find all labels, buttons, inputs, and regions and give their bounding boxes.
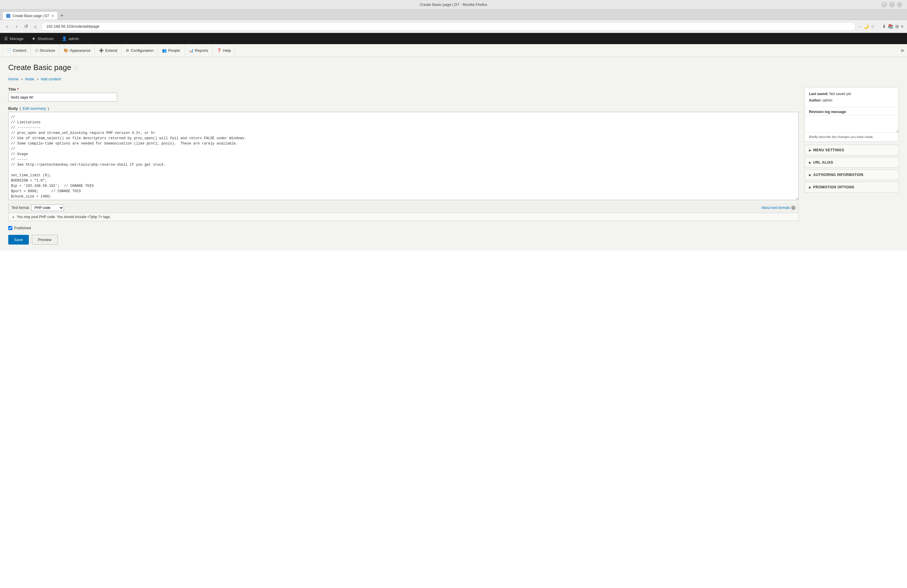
authoring-information-arrow: ▶ xyxy=(809,173,812,177)
text-format-label: Text format xyxy=(11,206,29,210)
url-alias-header[interactable]: ▶ URL ALIAS xyxy=(805,157,899,168)
page-title-row: Create Basic page ☆ xyxy=(8,63,899,72)
download-icon[interactable]: ⬇ xyxy=(882,24,886,29)
admin-user-icon: 👤 xyxy=(62,36,67,41)
body-label-row: Body ( Edit summary ) xyxy=(8,106,799,111)
adminbar-manage-label: Manage xyxy=(10,37,24,41)
title-field-group: Title * xyxy=(8,87,799,102)
navbar-configuration[interactable]: ⚙ Configuration xyxy=(122,44,158,57)
home-button[interactable]: ⌂ xyxy=(32,23,39,30)
address-input[interactable] xyxy=(41,22,856,31)
bookmark-icon[interactable]: ☆ xyxy=(871,24,875,29)
address-bar-icons: ··· 🌙 ☆ ⬇ 📚 ⊞ ≡ xyxy=(858,24,904,29)
promotion-options-header[interactable]: ▶ PROMOTION OPTIONS xyxy=(805,182,899,192)
about-text-formats-text: About text formats xyxy=(761,206,790,210)
new-tab-button[interactable]: + xyxy=(58,11,66,20)
drupal-admin-toolbar: ☰ Manage ★ Shortcuts 👤 admin xyxy=(0,33,907,44)
promotion-options-label: PROMOTION OPTIONS xyxy=(813,185,854,189)
navbar-configuration-label: Configuration xyxy=(131,48,154,53)
title-label: Title * xyxy=(8,87,799,91)
navbar-reports-label: Reports xyxy=(195,48,208,53)
menu-settings-header[interactable]: ▶ MENU SETTINGS xyxy=(805,145,899,155)
published-row: Published xyxy=(8,226,799,230)
browser-addressbar: ‹ › ↺ ⌂ ··· 🌙 ☆ ⬇ 📚 ⊞ ≡ xyxy=(0,20,907,33)
preview-button[interactable]: Preview xyxy=(32,235,58,244)
appearance-icon: 🎨 xyxy=(64,48,68,53)
url-alias-label: URL ALIAS xyxy=(813,160,833,165)
close-window-button[interactable]: × xyxy=(897,2,902,7)
configuration-icon: ⚙ xyxy=(126,48,129,53)
breadcrumb-sep2: » xyxy=(37,77,38,81)
navbar-extend-label: Extend xyxy=(105,48,117,53)
text-format-select[interactable]: PHP code Filtered HTML Full HTML Plain t… xyxy=(31,205,64,211)
navbar-expand-icon[interactable]: ⊳ xyxy=(901,48,905,53)
last-saved-value: Not saved yet xyxy=(829,92,851,96)
navbar-appearance-label: Appearance xyxy=(70,48,90,53)
published-checkbox[interactable] xyxy=(8,226,12,230)
body-field-group: Body ( Edit summary ) // // Limitations … xyxy=(8,106,799,221)
required-indicator: * xyxy=(18,87,19,91)
form-main: Title * Body ( Edit summary ) // // Limi… xyxy=(8,87,799,244)
page-title: Create Basic page xyxy=(8,63,71,72)
sidebar-meta-panel: Last saved: Not saved yet Author: admin … xyxy=(804,87,899,142)
last-saved-label: Last saved: xyxy=(809,92,828,96)
navbar-content[interactable]: 📄 Content xyxy=(2,44,31,57)
navbar-extend[interactable]: ➕ Extend xyxy=(95,44,121,57)
navbar-appearance[interactable]: 🎨 Appearance xyxy=(59,44,95,57)
reports-icon: 📊 xyxy=(189,48,194,53)
promotion-options-arrow: ▶ xyxy=(809,186,812,189)
text-format-left: Text format PHP code Filtered HTML Full … xyxy=(11,205,64,211)
breadcrumb-home[interactable]: Home xyxy=(8,77,19,81)
browser-tab-active[interactable]: Create Basic page | D7 × xyxy=(2,11,58,20)
menu-settings-section: ▶ MENU SETTINGS xyxy=(804,145,899,155)
manage-icon: ☰ xyxy=(4,36,8,41)
title-input[interactable] xyxy=(8,93,117,102)
synced-tabs-icon[interactable]: ⊞ xyxy=(895,24,899,29)
form-buttons: Save Preview xyxy=(8,235,799,244)
save-button[interactable]: Save xyxy=(8,235,29,244)
revision-log-textarea[interactable] xyxy=(805,115,899,133)
reload-button[interactable]: ↺ xyxy=(22,23,29,30)
more-icon[interactable]: ··· xyxy=(858,24,862,29)
navbar-reports[interactable]: 📊 Reports xyxy=(184,44,213,57)
navbar-structure[interactable]: ⬡ Structure xyxy=(31,44,60,57)
shortcuts-icon: ★ xyxy=(32,36,36,41)
favorite-star-icon[interactable]: ☆ xyxy=(74,64,79,71)
pocket-icon[interactable]: 🌙 xyxy=(864,24,869,29)
author-label: Author: xyxy=(809,98,822,102)
author-value: admin xyxy=(823,98,832,102)
about-text-formats-link[interactable]: About text formats ? xyxy=(761,206,795,210)
help-icon: ❓ xyxy=(217,48,221,53)
url-alias-section: ▶ URL ALIAS xyxy=(804,157,899,168)
adminbar-manage[interactable]: ☰ Manage xyxy=(0,33,28,44)
published-label: Published xyxy=(14,226,31,230)
breadcrumb-add-content[interactable]: Add content xyxy=(41,77,61,81)
breadcrumb-node[interactable]: Node xyxy=(25,77,34,81)
form-layout: Title * Body ( Edit summary ) // // Limi… xyxy=(8,87,899,244)
library-icon[interactable]: 📚 xyxy=(888,24,893,29)
tab-close-button[interactable]: × xyxy=(51,14,54,18)
navbar-help[interactable]: ❓ Help xyxy=(213,44,235,57)
promotion-options-section: ▶ PROMOTION OPTIONS xyxy=(804,182,899,192)
forward-button[interactable]: › xyxy=(13,23,20,30)
adminbar-admin-label: admin xyxy=(69,37,79,41)
extend-icon: ➕ xyxy=(99,48,104,53)
maximize-button[interactable]: □ xyxy=(889,2,895,7)
browser-window-controls[interactable]: – □ × xyxy=(882,2,902,7)
adminbar-admin[interactable]: 👤 admin xyxy=(58,33,83,44)
minimize-button[interactable]: – xyxy=(882,2,887,7)
navbar-content-label: Content xyxy=(13,48,27,53)
body-textarea-container: // // Limitations // ----------- // proc… xyxy=(8,112,799,201)
navbar-people-label: People xyxy=(168,48,180,53)
edit-summary-link[interactable]: Edit summary xyxy=(23,106,46,111)
back-button[interactable]: ‹ xyxy=(3,23,11,30)
hamburger-menu-icon[interactable]: ≡ xyxy=(901,24,904,29)
menu-settings-arrow: ▶ xyxy=(809,149,812,152)
authoring-information-header[interactable]: ▶ AUTHORING INFORMATION xyxy=(805,170,899,180)
author-row: Author: admin xyxy=(809,97,894,104)
browser-titlebar: Create Basic page | D7 - Mozilla Firefox… xyxy=(0,0,907,10)
hint-text: You may post PHP code. You should includ… xyxy=(8,213,799,221)
navbar-people[interactable]: 👥 People xyxy=(158,44,184,57)
body-textarea[interactable]: // // Limitations // ----------- // proc… xyxy=(8,112,799,200)
adminbar-shortcuts[interactable]: ★ Shortcuts xyxy=(28,33,58,44)
